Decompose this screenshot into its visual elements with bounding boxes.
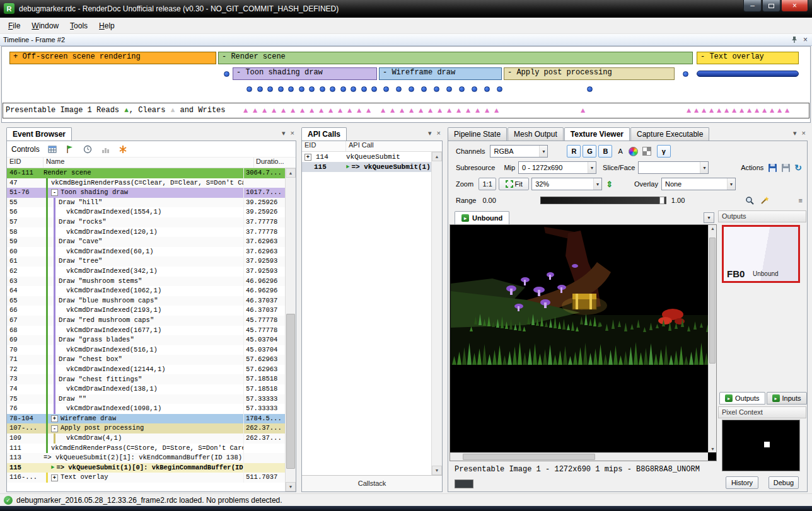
event-row[interactable]: 55Draw "hill"39.25926 xyxy=(7,198,285,208)
usage-triangle-icon[interactable]: ▲ xyxy=(447,104,451,118)
usage-triangle-icon[interactable]: ▲ xyxy=(456,104,461,118)
api-call-row[interactable]: 115►=> vkQueueSubmit(1)[... xyxy=(302,162,431,172)
event-dot[interactable] xyxy=(587,86,593,92)
api-call-row[interactable]: +114vkQueueSubmit xyxy=(302,152,431,162)
column-duration[interactable]: Duratio... xyxy=(254,158,296,168)
usage-triangle-icon[interactable]: ▲ xyxy=(475,104,480,118)
event-row[interactable]: 76vkCmdDrawIndexed(1098,1)57.33333 xyxy=(7,404,285,414)
event-dot[interactable] xyxy=(383,86,389,92)
gamma-button[interactable]: γ xyxy=(657,145,671,158)
event-dot[interactable] xyxy=(351,86,356,92)
canvas-horizontal-scrollbar[interactable] xyxy=(450,452,708,461)
clock-icon[interactable] xyxy=(83,144,93,154)
tab-api-calls[interactable]: API Calls xyxy=(301,127,347,141)
usage-triangle-icon[interactable]: ▲ xyxy=(400,104,404,118)
zoom-1to1-button[interactable]: 1:1 xyxy=(478,178,496,190)
event-row[interactable]: 113=> vkQueueSubmit(2)[1]: vkEndCommandB… xyxy=(7,453,285,463)
usage-triangle-icon[interactable]: ▲ xyxy=(702,104,706,118)
event-row[interactable]: 59Draw "cave"37.62963 xyxy=(7,237,285,247)
column-api-call[interactable]: API Call xyxy=(346,141,442,151)
collapse-icon[interactable]: - xyxy=(51,189,58,196)
usage-triangle-icon[interactable]: ▲ xyxy=(262,104,267,118)
usage-triangle-icon[interactable]: ▲ xyxy=(253,104,257,118)
column-name[interactable]: Name xyxy=(44,158,254,168)
save-icon[interactable] xyxy=(768,163,777,173)
usage-triangle-icon[interactable]: ▲ xyxy=(732,104,736,118)
fb0-thumbnail[interactable]: FB0 Unbound xyxy=(722,225,800,283)
menu-file[interactable]: File xyxy=(3,20,26,32)
event-row[interactable]: 57Draw "rocks"37.77778 xyxy=(7,217,285,227)
usage-triangle-icon[interactable]: ▲ xyxy=(366,104,371,118)
overlay-dropdown[interactable]: None▾ xyxy=(661,178,736,190)
usage-triangle-icon[interactable]: ▲ xyxy=(466,104,470,118)
event-row[interactable]: 66vkCmdDrawIndexed(2193,1)46.37037 xyxy=(7,306,285,316)
event-row[interactable]: 111vkCmdEndRenderPass(C=Store, D=Store, … xyxy=(7,444,285,454)
expand-icon[interactable]: + xyxy=(304,154,311,161)
tab-inputs[interactable]: ▸Inputs xyxy=(767,392,807,405)
close-button[interactable]: × xyxy=(781,0,808,12)
autofit-wand-icon[interactable] xyxy=(760,196,769,205)
event-dot[interactable] xyxy=(446,86,452,92)
event-dot[interactable] xyxy=(396,86,402,92)
event-row[interactable]: 115►=> vkQueueSubmit(1)[0]: vkBeginComma… xyxy=(7,463,285,473)
panel-close-icon[interactable]: × xyxy=(802,129,806,137)
event-row[interactable]: 65Draw "blue mushroom caps"46.37037 xyxy=(7,296,285,306)
pixel-context-view[interactable] xyxy=(722,420,800,471)
event-row[interactable]: 63Draw "mushroom stems"46.96296 xyxy=(7,277,285,287)
panel-menu-icon[interactable]: ▾ xyxy=(428,129,432,137)
menu-tools[interactable]: Tools xyxy=(64,20,93,32)
event-row[interactable]: 62vkCmdDrawIndexed(342,1)37.92593 xyxy=(7,267,285,277)
tab-texture-viewer[interactable]: Texture Viewer xyxy=(564,127,630,141)
expand-icon[interactable]: + xyxy=(51,474,58,481)
usage-triangle-icon[interactable]: ▲ xyxy=(338,104,342,118)
usage-triangle-icon[interactable]: ▲ xyxy=(300,104,304,118)
event-dot[interactable] xyxy=(309,86,315,92)
panel-close-icon[interactable]: × xyxy=(437,129,441,137)
event-dot[interactable] xyxy=(299,86,304,92)
scroll-up-icon[interactable]: ▲ xyxy=(710,226,715,231)
event-row[interactable]: 107-...-Apply post processing262.37... xyxy=(7,423,285,433)
usage-triangle-icon[interactable]: ▲ xyxy=(419,104,423,118)
flip-y-icon[interactable]: ⇕ xyxy=(606,180,613,189)
timeline-close-icon[interactable]: × xyxy=(803,35,808,44)
channel-alpha-button[interactable]: A xyxy=(618,147,622,155)
event-row[interactable]: 75Draw ""57.33333 xyxy=(7,394,285,405)
usage-triangle-icon[interactable]: ▲ xyxy=(310,104,314,118)
usage-triangle-icon[interactable]: ▲ xyxy=(428,104,432,118)
usage-triangle-icon[interactable]: ▲ xyxy=(485,104,489,118)
texture-canvas[interactable]: ▲ ▼ xyxy=(450,224,717,461)
range-options-icon[interactable]: ≡ xyxy=(799,197,803,204)
checkerboard-icon[interactable] xyxy=(642,147,651,156)
column-eid[interactable]: EID xyxy=(302,141,346,151)
usage-triangle-icon[interactable]: ▲ xyxy=(694,104,699,118)
slice-face-dropdown[interactable]: ▾ xyxy=(638,161,709,174)
usage-triangle-icon[interactable]: ▲ xyxy=(494,104,499,118)
mip-dropdown[interactable]: 0 - 1272x690▾ xyxy=(518,161,596,174)
event-row[interactable]: 78-104+Wireframe draw1784.5... xyxy=(7,414,285,424)
expand-icon[interactable]: + xyxy=(51,415,58,422)
usage-triangle-icon[interactable]: ▲ xyxy=(390,104,395,118)
channel-blue-button[interactable]: B xyxy=(598,145,612,158)
event-dot[interactable] xyxy=(459,86,465,92)
usage-triangle-icon[interactable]: ▲ xyxy=(328,104,333,118)
event-dot[interactable] xyxy=(472,86,477,92)
usage-triangle-icon[interactable]: ▲ xyxy=(717,104,721,118)
range-white-thumb[interactable] xyxy=(659,197,664,204)
scroll-up-icon[interactable]: ▲ xyxy=(432,152,442,161)
event-dot[interactable] xyxy=(371,86,377,92)
event-row[interactable]: 46-111Render scene3064.7... xyxy=(7,168,285,178)
stats-chart-icon[interactable] xyxy=(100,144,110,154)
api-calls-scrollbar[interactable]: ▲ ▼ xyxy=(431,152,442,475)
event-dot[interactable] xyxy=(320,86,325,92)
scroll-up-icon[interactable]: ▲ xyxy=(286,168,296,178)
usage-triangle-icon[interactable]: ▲ xyxy=(347,104,352,118)
event-browser-scrollbar[interactable]: ▲ ▼ xyxy=(285,168,296,491)
callstack-section[interactable]: Callstack xyxy=(302,475,442,491)
timeline-bar[interactable]: - Apply post processing xyxy=(504,67,675,80)
event-row[interactable]: 64vkCmdDrawIndexed(1062,1)46.96296 xyxy=(7,286,285,296)
event-row[interactable]: 56vkCmdDrawIndexed(1554,1)39.25926 xyxy=(7,207,285,217)
event-dot[interactable] xyxy=(340,86,346,92)
export-icon[interactable] xyxy=(781,163,791,173)
event-row[interactable]: 73Draw "chest fittings"57.18518 xyxy=(7,374,285,384)
event-dot[interactable] xyxy=(224,71,229,77)
